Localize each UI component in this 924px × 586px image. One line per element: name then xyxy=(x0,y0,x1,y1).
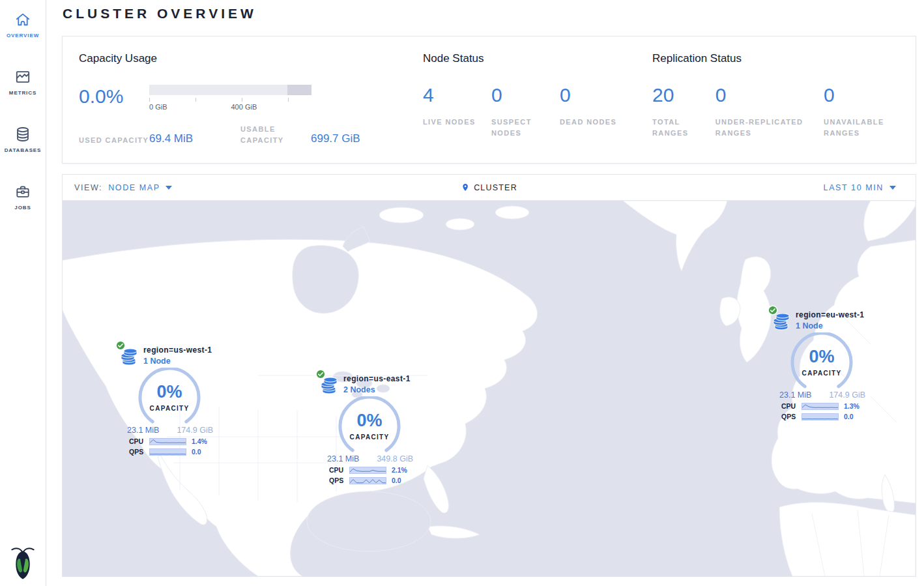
node-db-icon-wrap xyxy=(773,314,790,332)
dead-nodes-label: DEAD NODES xyxy=(560,117,616,128)
usable-capacity-stat: USABLE CAPACITY 699.7 GiB xyxy=(240,124,360,146)
gauge-percent: 0% xyxy=(773,347,871,367)
metrics-chart-icon xyxy=(14,68,31,85)
capacity-bar: 0 GiB 400 GiB xyxy=(149,85,311,106)
node-status-section: Node Status 4 LIVE NODES 0 SUSPECT NODES… xyxy=(423,37,652,163)
cpu-value: 2.1% xyxy=(392,466,407,474)
time-range-dropdown[interactable]: LAST 10 MIN xyxy=(824,183,896,192)
healthy-check-icon xyxy=(315,369,326,382)
breadcrumb-label: CLUSTER xyxy=(474,183,517,192)
usable-capacity-value: 699.7 GiB xyxy=(311,132,360,146)
node-count-link[interactable]: 1 Node xyxy=(143,356,212,366)
live-nodes-label: LIVE NODES xyxy=(423,117,491,128)
page-title: CLUSTER OVERVIEW xyxy=(63,6,257,22)
used-capacity-value: 69.4 MiB xyxy=(149,132,193,146)
region-node-eu-west-1: region=eu-west-1 1 Node 0% CAPACITY 23.1… xyxy=(773,307,878,420)
gauge-percent: 0% xyxy=(321,411,418,431)
capacity-gauge: 0% CAPACITY xyxy=(321,396,418,452)
suspect-nodes-label: SUSPECT NODES xyxy=(491,117,560,139)
used-capacity-label: USED CAPACITY xyxy=(79,135,149,146)
used-capacity-stat: USED CAPACITY 69.4 MiB xyxy=(79,124,240,146)
view-label: VIEW: xyxy=(74,183,102,192)
capacity-usage-title: Capacity Usage xyxy=(79,52,423,65)
cpu-label: CPU xyxy=(329,466,349,474)
sidebar-item-databases[interactable]: DATABASES xyxy=(0,123,46,158)
cpu-value: 1.3% xyxy=(844,402,859,410)
live-nodes-stat: 4 LIVE NODES xyxy=(423,85,491,139)
node-count-link[interactable]: 2 Nodes xyxy=(343,385,411,395)
total-ranges-label: TOTAL RANGES xyxy=(652,117,715,139)
qps-sparkline xyxy=(149,448,186,456)
dead-nodes-value: 0 xyxy=(560,85,616,105)
sidebar-item-label: METRICS xyxy=(9,90,36,96)
qps-value: 0.0 xyxy=(392,476,401,484)
cpu-label: CPU xyxy=(781,402,801,410)
node-used-capacity: 23.1 MiB xyxy=(327,454,359,463)
cluster-summary-card: Capacity Usage 0.0% 0 GiB 400 GiB USED C… xyxy=(62,36,916,164)
cpu-value: 1.4% xyxy=(192,437,207,445)
gauge-percent: 0% xyxy=(121,382,218,402)
region-label: region=us-west-1 xyxy=(143,345,212,356)
capacity-bar-track xyxy=(149,85,311,95)
sidebar-item-overview[interactable]: OVERVIEW xyxy=(0,8,46,44)
total-ranges-stat: 20 TOTAL RANGES xyxy=(652,85,715,139)
region-node-us-west-1: region=us-west-1 1 Node 0% CAPACITY 23.1… xyxy=(121,342,226,456)
time-range-value: LAST 10 MIN xyxy=(824,183,884,192)
node-status-title: Node Status xyxy=(423,52,652,65)
location-pin-icon xyxy=(461,182,469,193)
dead-nodes-stat: 0 DEAD NODES xyxy=(560,85,616,139)
map-toolbar: VIEW: NODE MAP CLUSTER LAST 10 MIN xyxy=(63,175,916,201)
qps-label: QPS xyxy=(781,413,801,420)
node-used-capacity: 23.1 MiB xyxy=(127,426,159,435)
node-db-icon-wrap xyxy=(121,349,137,367)
view-dropdown[interactable]: NODE MAP xyxy=(108,183,171,192)
gauge-caption: CAPACITY xyxy=(773,370,871,377)
capacity-gauge: 0% CAPACITY xyxy=(121,368,218,424)
qps-value: 0.0 xyxy=(192,448,201,456)
cpu-sparkline xyxy=(149,438,186,445)
node-total-capacity: 349.8 GiB xyxy=(377,454,413,463)
replication-status-section: Replication Status 20 TOTAL RANGES 0 UND… xyxy=(652,37,916,163)
region-node-us-east-1: region=us-east-1 2 Nodes 0% CAPACITY 23.… xyxy=(321,371,426,484)
home-icon xyxy=(14,11,31,28)
qps-sparkline xyxy=(349,477,386,484)
replication-status-title: Replication Status xyxy=(652,52,916,65)
capacity-tick-label-400: 400 GiB xyxy=(231,103,257,111)
under-replicated-ranges-stat: 0 UNDER-REPLICATED RANGES xyxy=(715,85,824,139)
gauge-caption: CAPACITY xyxy=(121,405,218,412)
view-dropdown-value: NODE MAP xyxy=(108,183,160,192)
cpu-sparkline xyxy=(801,403,839,410)
region-label: region=us-east-1 xyxy=(343,374,411,385)
capacity-tick-label-0: 0 GiB xyxy=(149,103,167,111)
capacity-bar-reserved-segment xyxy=(287,85,311,95)
database-icon xyxy=(14,126,31,143)
node-total-capacity: 174.9 GiB xyxy=(177,426,213,435)
node-count-link[interactable]: 1 Node xyxy=(796,321,864,331)
usable-capacity-label: USABLE CAPACITY xyxy=(240,124,311,146)
qps-label: QPS xyxy=(129,448,149,456)
map-breadcrumb[interactable]: CLUSTER xyxy=(461,182,517,193)
node-db-icon-wrap xyxy=(321,377,338,396)
healthy-check-icon xyxy=(768,305,778,318)
sidebar-item-jobs[interactable]: JOBS xyxy=(0,181,46,216)
chevron-down-icon xyxy=(166,186,172,190)
sidebar-item-label: OVERVIEW xyxy=(7,33,39,38)
qps-sparkline xyxy=(801,413,839,420)
sidebar-item-label: DATABASES xyxy=(5,147,42,153)
suspect-nodes-stat: 0 SUSPECT NODES xyxy=(491,85,560,139)
region-label: region=eu-west-1 xyxy=(796,310,864,321)
cpu-label: CPU xyxy=(129,437,149,445)
under-replicated-ranges-value: 0 xyxy=(715,85,824,105)
cpu-sparkline xyxy=(349,467,386,474)
sidebar-item-metrics[interactable]: METRICS xyxy=(0,66,46,101)
unavailable-ranges-value: 0 xyxy=(824,85,916,105)
qps-label: QPS xyxy=(329,476,349,484)
sidebar-item-label: JOBS xyxy=(14,205,31,211)
unavailable-ranges-label: UNAVAILABLE RANGES xyxy=(824,117,916,139)
total-ranges-value: 20 xyxy=(652,85,715,105)
live-nodes-value: 4 xyxy=(423,85,491,105)
sidebar: OVERVIEW METRICS DATABASES JOBS xyxy=(0,0,46,586)
chevron-down-icon xyxy=(889,186,896,190)
under-replicated-ranges-label: UNDER-REPLICATED RANGES xyxy=(715,117,813,139)
qps-value: 0.0 xyxy=(844,413,854,420)
